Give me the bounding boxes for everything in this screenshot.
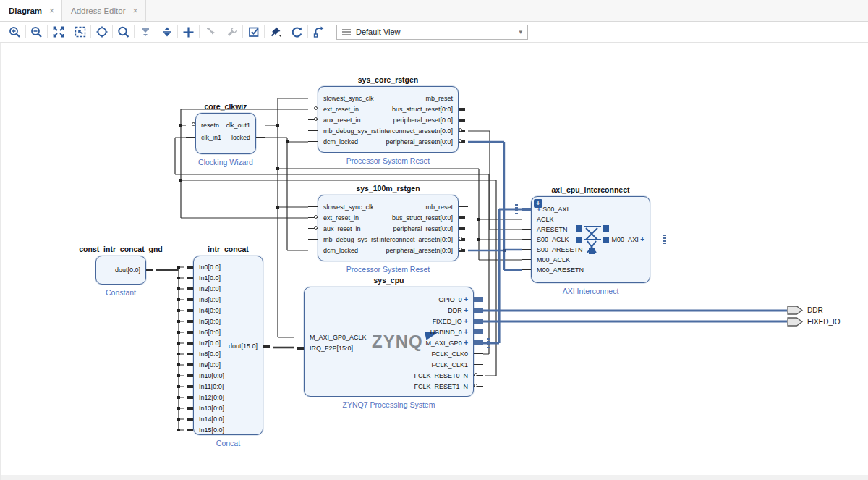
port-m00-axi[interactable]: M00_AXI +: [612, 236, 644, 243]
port-aux-reset-in[interactable]: aux_reset_in: [323, 117, 361, 124]
customize-block-icon[interactable]: [221, 23, 242, 41]
tab-diagram[interactable]: Diagram ×: [0, 0, 62, 21]
port-stub: [522, 239, 531, 240]
port-m-axi-gp0[interactable]: M_AXI_GP0 +: [426, 340, 468, 347]
add-ip-icon[interactable]: [178, 23, 199, 41]
port-in5[interactable]: In5[0:0]: [199, 318, 221, 325]
port-fclk-clk1[interactable]: FCLK_CLK1: [431, 361, 468, 369]
zoom-out-icon[interactable]: [26, 23, 47, 41]
port-dout[interactable]: dout[0:0]: [115, 266, 140, 274]
port-s00-aclk[interactable]: S00_ACLK: [537, 236, 569, 243]
external-port-fixed-io[interactable]: FIXED_IO: [787, 317, 841, 327]
port-in10[interactable]: In10[0:0]: [199, 372, 224, 379]
expand-pin-icon[interactable]: +: [464, 317, 468, 325]
horizontal-scrollbar[interactable]: [1, 475, 868, 480]
diagram-canvas[interactable]: core_clkwiz resetn clk_in1 clk_out1 lock…: [0, 43, 868, 480]
regenerate-layout-icon[interactable]: [286, 23, 307, 41]
expand-pin-icon[interactable]: +: [464, 328, 468, 336]
port-interconnect-aresetn[interactable]: interconnect_aresetn[0:0]: [379, 127, 453, 135]
external-port-ddr[interactable]: DDR: [787, 306, 823, 315]
port-in14[interactable]: In14[0:0]: [199, 416, 224, 423]
port-bus-struct-reset[interactable]: bus_struct_reset[0:0]: [392, 106, 453, 113]
port-slowest-sync-clk[interactable]: slowest_sync_clk: [323, 203, 374, 211]
port-mb-debug-sys-rst[interactable]: mb_debug_sys_rst: [323, 236, 378, 243]
port-in0[interactable]: In0[0:0]: [199, 264, 221, 271]
port-in1[interactable]: In1[0:0]: [199, 274, 221, 282]
port-in7[interactable]: In7[0:0]: [199, 340, 221, 347]
port-m00-aclk[interactable]: M00_ACLK: [537, 256, 570, 264]
close-icon[interactable]: ×: [49, 6, 54, 16]
block-const-intr-concat-gnd[interactable]: const_intr_concat_gnd dout[0:0] Constant: [95, 256, 146, 285]
port-peripheral-reset[interactable]: peripheral_reset[0:0]: [393, 117, 453, 124]
port-peripheral-aresetn[interactable]: peripheral_aresetn[0:0]: [386, 247, 453, 254]
block-core-clkwiz[interactable]: core_clkwiz resetn clk_in1 clk_out1 lock…: [195, 113, 256, 154]
optimize-routing-icon[interactable]: [308, 23, 329, 41]
port-in13[interactable]: In13[0:0]: [199, 405, 224, 412]
port-aclk[interactable]: ACLK: [537, 216, 554, 223]
port-fixed-io[interactable]: FIXED_IO +: [433, 318, 468, 325]
expand-pin-icon[interactable]: +: [464, 295, 468, 303]
block-sys-core-rstgen[interactable]: sys_core_rstgen slowest_sync_clk ext_res…: [318, 86, 459, 153]
port-in8[interactable]: In8[0:0]: [199, 350, 221, 358]
block-axi-cpu-interconnect[interactable]: axi_cpu_interconnect + + S00_AXI ACLK AR…: [531, 196, 650, 283]
port-usbind-0[interactable]: USBIND_0 +: [430, 329, 468, 336]
make-connection-icon[interactable]: [200, 23, 221, 41]
zoom-fit-icon[interactable]: [48, 23, 69, 41]
port-dcm-locked[interactable]: dcm_locked: [323, 138, 358, 146]
block-sys-100m-rstgen[interactable]: sys_100m_rstgen slowest_sync_clk ext_res…: [318, 195, 459, 261]
port-mb-debug-sys-rst[interactable]: mb_debug_sys_rst: [323, 127, 378, 135]
block-sys-cpu[interactable]: sys_cpu ZYNQ M_AXI_GP0_ACLK IRQ_F2P[15:0…: [304, 287, 474, 397]
port-interconnect-aresetn[interactable]: interconnect_aresetn[0:0]: [379, 236, 453, 243]
expand-pin-icon[interactable]: +: [537, 205, 541, 213]
port-in2[interactable]: In2[0:0]: [199, 285, 221, 292]
expand-pin-icon[interactable]: +: [640, 235, 644, 243]
port-bus-struct-reset[interactable]: bus_struct_reset[0:0]: [392, 214, 453, 222]
port-in11[interactable]: In11[0:0]: [199, 383, 224, 390]
port-ddr[interactable]: DDR +: [448, 307, 468, 314]
port-resetn[interactable]: resetn: [201, 122, 219, 129]
port-s00-aresetn[interactable]: S00_ARESETN: [537, 246, 583, 253]
port-in15[interactable]: In15[0:0]: [199, 426, 224, 434]
port-peripheral-aresetn[interactable]: peripheral_aresetn[0:0]: [386, 138, 453, 146]
port-in6[interactable]: In6[0:0]: [199, 329, 221, 336]
port-in12[interactable]: In12[0:0]: [199, 394, 224, 401]
port-slowest-sync-clk[interactable]: slowest_sync_clk: [323, 95, 374, 102]
search-icon[interactable]: [113, 23, 134, 41]
port-irq-f2p[interactable]: IRQ_F2P[15:0]: [310, 345, 353, 352]
close-icon[interactable]: ×: [132, 6, 137, 16]
autofit-selection-icon[interactable]: [91, 23, 112, 41]
port-dcm-locked[interactable]: dcm_locked: [323, 247, 358, 254]
port-fclk-reset0-n[interactable]: FCLK_RESET0_N: [414, 372, 468, 379]
expand-pin-icon[interactable]: +: [464, 306, 468, 314]
port-clk-out1[interactable]: clk_out1: [226, 122, 250, 129]
port-locked[interactable]: locked: [231, 134, 250, 141]
port-m-axi-gp0-aclk[interactable]: M_AXI_GP0_ACLK: [310, 334, 367, 341]
port-aresetn[interactable]: ARESETN: [537, 226, 568, 233]
port-fclk-reset1-n[interactable]: FCLK_RESET1_N: [414, 383, 468, 390]
zoom-to-selection-icon[interactable]: [69, 23, 90, 41]
port-aux-reset-in[interactable]: aux_reset_in: [323, 225, 361, 232]
pin-icon[interactable]: [265, 23, 286, 41]
port-m00-aresetn[interactable]: M00_ARESETN: [537, 266, 584, 274]
port-dout[interactable]: dout[15:0]: [229, 342, 258, 350]
port-s00-axi[interactable]: + S00_AXI: [537, 206, 569, 213]
expand-pin-icon[interactable]: +: [464, 339, 468, 347]
tab-address-editor[interactable]: Address Editor ×: [62, 0, 145, 21]
validate-design-icon[interactable]: [243, 23, 264, 41]
collapse-hierarchy-icon[interactable]: [135, 23, 156, 41]
port-gpio-0[interactable]: GPIO_0 +: [438, 296, 468, 303]
expand-hierarchy-icon[interactable]: [156, 23, 177, 41]
port-in9[interactable]: In9[0:0]: [199, 361, 221, 369]
zoom-in-icon[interactable]: [4, 23, 25, 41]
port-mb-reset[interactable]: mb_reset: [425, 203, 453, 211]
port-in4[interactable]: In4[0:0]: [199, 307, 221, 314]
view-selector-dropdown[interactable]: Default View ▾: [336, 25, 528, 40]
port-in3[interactable]: In3[0:0]: [199, 296, 221, 303]
block-intr-concat[interactable]: intr_concat In0[0:0] In1[0:0] In2[0:0] I…: [193, 256, 263, 435]
port-mb-reset[interactable]: mb_reset: [425, 95, 453, 102]
port-ext-reset-in[interactable]: ext_reset_in: [323, 214, 359, 222]
port-peripheral-reset[interactable]: peripheral_reset[0:0]: [393, 225, 453, 232]
port-ext-reset-in[interactable]: ext_reset_in: [323, 106, 359, 113]
port-clk-in1[interactable]: clk_in1: [201, 134, 221, 141]
port-fclk-clk0[interactable]: FCLK_CLK0: [431, 350, 468, 358]
